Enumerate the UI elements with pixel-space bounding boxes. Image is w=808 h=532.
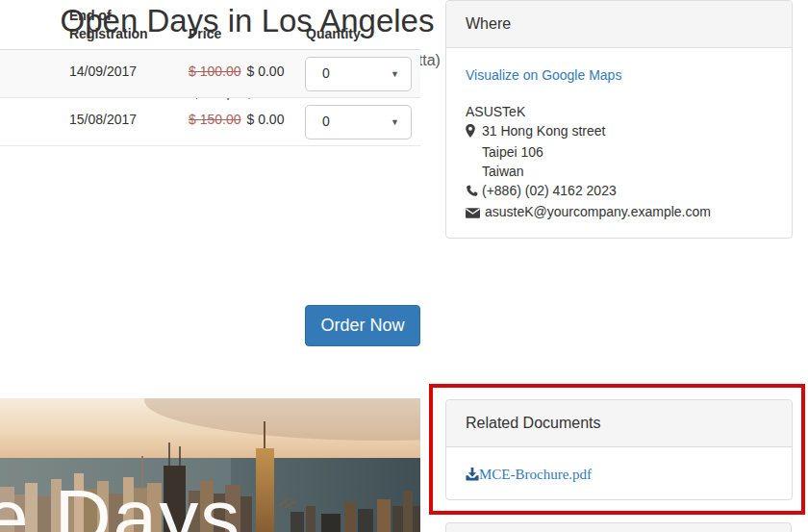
related-documents-panel: Related Documents MCE-Brochure.pdf xyxy=(445,399,793,500)
ticket-end-date: 15/08/2017 xyxy=(69,112,137,127)
envelope-icon xyxy=(466,204,481,223)
where-panel-title: Where xyxy=(446,1,792,48)
column-header-end-of-registration: End of Registration xyxy=(69,7,161,43)
street: 31 Hong Kong street xyxy=(482,123,605,139)
tickets-table-header: End of Registration Price Quantity xyxy=(0,0,420,50)
quantity-select[interactable]: 0 ▼ xyxy=(305,105,412,139)
street-line: 31 Hong Kong street xyxy=(466,121,772,142)
phone-line: (+886) (02) 4162 2023 xyxy=(466,181,772,202)
tickets-table: End of Registration Price Quantity 14/09… xyxy=(0,0,420,146)
quantity-select[interactable]: 0 ▼ xyxy=(305,57,412,91)
chevron-down-icon: ▼ xyxy=(391,69,399,79)
ticket-end-date: 14/09/2017 xyxy=(69,63,137,79)
banner-text: e Days xyxy=(0,473,241,532)
phone-icon xyxy=(466,183,478,202)
email-line: asusteK@yourcompany.example.com xyxy=(466,202,772,223)
ticket-row-1: 14/09/2017 $ 100.00$ 0.00 0 ▼ xyxy=(0,50,420,98)
document-name: MCE-Brochure.pdf xyxy=(479,467,592,482)
phone: (+886) (02) 4162 2023 xyxy=(482,183,617,198)
email: asusteK@yourcompany.example.com xyxy=(485,204,711,219)
order-now-button[interactable]: Order Now xyxy=(305,305,420,346)
ticket-price: $ 0.00 xyxy=(247,63,285,79)
ticket-price: $ 0.00 xyxy=(247,112,285,127)
visualize-on-google-maps-link[interactable]: Visualize on Google Maps xyxy=(466,67,621,83)
download-icon xyxy=(466,468,479,485)
org-name: ASUSTeK xyxy=(466,102,772,121)
related-documents-title: Related Documents xyxy=(446,400,792,447)
column-header-quantity: Quantity xyxy=(306,25,361,43)
map-marker-icon xyxy=(466,123,478,142)
quantity-value: 0 xyxy=(322,114,330,129)
ticket-price-cell: $ 100.00$ 0.00 xyxy=(189,63,284,79)
next-panel-partial xyxy=(445,522,792,532)
where-panel: Where Visualize on Google Maps ASUSTeK 3… xyxy=(445,0,793,239)
city-skyline-image: e Days xyxy=(0,398,420,532)
ticket-row-2: 15/08/2017 $ 150.00$ 0.00 0 ▼ xyxy=(0,98,420,146)
city: Taipei 106 xyxy=(466,142,772,162)
ticket-price-cell: $ 150.00$ 0.00 xyxy=(189,112,284,127)
related-documents-body: MCE-Brochure.pdf xyxy=(446,447,792,504)
address-block: ASUSTeK 31 Hong Kong street Taipei 106 T… xyxy=(466,102,772,223)
country: Taiwan xyxy=(466,162,772,181)
ticket-old-price: $ 100.00 xyxy=(189,63,241,79)
ticket-old-price: $ 150.00 xyxy=(189,112,241,127)
quantity-value: 0 xyxy=(322,65,330,81)
where-panel-body: Visualize on Google Maps ASUSTeK 31 Hong… xyxy=(446,48,792,242)
document-link[interactable]: MCE-Brochure.pdf xyxy=(466,467,592,482)
event-cover-photo: e Days xyxy=(0,398,420,532)
column-header-price: Price xyxy=(189,25,221,43)
page: { "page": { "title": "Open Days in Los A… xyxy=(0,0,808,532)
chevron-down-icon: ▼ xyxy=(391,117,399,127)
